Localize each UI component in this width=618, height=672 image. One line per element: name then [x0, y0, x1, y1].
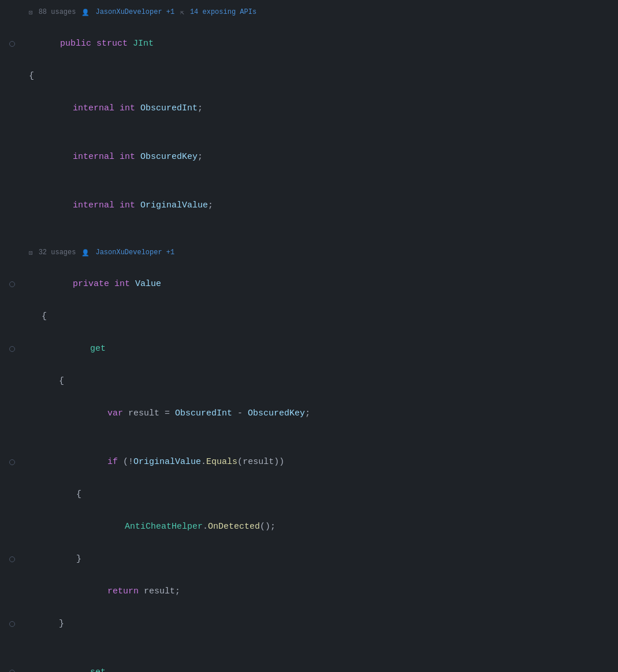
api-count: 14 exposing APIs	[190, 8, 256, 16]
api-icon: ⇱	[180, 9, 184, 16]
line-content-close-get: }	[24, 616, 618, 632]
paren-close: ))	[274, 457, 284, 467]
kw-int-1: int	[120, 103, 140, 113]
line-content-empty2	[24, 632, 618, 648]
line-content-field3: internal int OriginalValue;	[24, 181, 618, 230]
line-content-field1: internal int ObscuredInt;	[24, 84, 618, 133]
kw-int-2: int	[120, 152, 140, 162]
code-line-field1: internal int ObscuredInt;	[0, 84, 618, 133]
kw-public: public	[60, 39, 96, 49]
semi-return: ;	[175, 586, 180, 596]
result-decl: result	[128, 409, 165, 418]
kw-if: if	[107, 457, 123, 467]
gutter-dot-close-if	[9, 556, 15, 562]
semi-var: ;	[305, 409, 310, 418]
paren-call: (	[237, 457, 243, 467]
line-content-set: set	[24, 648, 618, 672]
code-line-if: if (!OriginalValue.Equals(result))	[0, 438, 618, 487]
gutter-dot-get	[9, 346, 15, 352]
code-line-close-brace-get: }	[0, 616, 618, 632]
line-content-1: {	[24, 68, 618, 84]
code-line-struct: public struct JInt	[0, 20, 618, 68]
paren-open: (!	[123, 457, 133, 467]
brace-close-get: }	[59, 619, 64, 629]
kw-get: get	[90, 344, 106, 354]
gutter-close-get	[0, 621, 24, 627]
dot-1: .	[201, 457, 206, 467]
prop-value: Value	[135, 279, 161, 289]
usages-icon: ⊡	[29, 9, 33, 16]
line-content-return: return result;	[24, 567, 618, 616]
class-anticheat: AntiCheatHelper	[125, 522, 203, 532]
call-parens: ();	[260, 522, 276, 532]
brace-open-get: {	[59, 376, 64, 386]
line-content-if: if (!OriginalValue.Equals(result))	[24, 438, 618, 487]
semi-2: ;	[198, 152, 203, 162]
line-content-var: var result = ObscuredInt - ObscuredKey;	[24, 389, 618, 438]
author-icon: 👤	[81, 9, 90, 16]
kw-internal-1: internal	[73, 103, 120, 113]
gutter-close-if	[0, 556, 24, 562]
kw-set: set	[90, 667, 106, 672]
line-content-anticheat: AntiCheatHelper.OnDetected();	[24, 503, 618, 551]
kw-internal-2: internal	[73, 152, 120, 162]
usages-count-2: 32 usages	[39, 248, 76, 257]
method-ondetected: OnDetected	[208, 522, 260, 532]
result-ref-1: result	[243, 457, 274, 467]
brace-open-prop: {	[42, 311, 47, 321]
brace-close-if: }	[76, 554, 81, 564]
gutter-dot-close-get	[9, 621, 15, 627]
line-content-field2: internal int ObscuredKey;	[24, 133, 618, 181]
gutter-get	[0, 346, 24, 352]
usages-icon-2: ⊡	[29, 249, 33, 257]
line-content-prop: private int Value	[24, 260, 618, 309]
author-name: JasonXuDeveloper +1	[95, 8, 174, 16]
method-equals: Equals	[206, 457, 237, 467]
line-content-close-if: }	[24, 551, 618, 567]
kw-int-prop: int	[114, 279, 135, 289]
code-line-empty1	[0, 230, 618, 246]
code-container: ⊡ 88 usages 👤 JasonXuDeveloper +1 ⇱ 14 e…	[0, 0, 618, 672]
ref-obscuredint-1: ObscuredInt	[175, 409, 232, 418]
code-line-empty2	[0, 632, 618, 648]
dot-2: .	[203, 522, 208, 532]
gutter-dot-set	[9, 670, 15, 672]
gutter-dot-prop	[9, 281, 15, 287]
semi-3: ;	[208, 201, 213, 210]
ref-originalvalue: OriginalValue	[133, 457, 201, 467]
kw-internal-3: internal	[73, 201, 120, 210]
gutter-prop	[0, 281, 24, 287]
gutter-set	[0, 670, 24, 672]
ref-obscuredkey-1: ObscuredKey	[248, 409, 305, 418]
meta-line-2: ⊡ 32 usages 👤 JasonXuDeveloper +1	[0, 246, 618, 259]
code-line-anticheat: AntiCheatHelper.OnDetected();	[0, 503, 618, 551]
code-line-return: return result;	[0, 567, 618, 616]
gutter-struct	[0, 41, 24, 47]
kw-int-3: int	[120, 201, 140, 210]
line-content-get-brace: {	[24, 373, 618, 389]
code-line-set: set	[0, 648, 618, 672]
brace-open-if: {	[76, 489, 81, 499]
result-ref-2: result	[144, 586, 175, 596]
minus: -	[232, 409, 248, 418]
author-name-2: JasonXuDeveloper +1	[95, 248, 174, 257]
code-line-prop: private int Value	[0, 260, 618, 309]
kw-var: var	[107, 409, 128, 418]
code-line-open-brace-get: {	[0, 373, 618, 389]
author-icon-2: 👤	[81, 249, 90, 257]
code-line-get: get	[0, 325, 618, 373]
code-line-open-brace-prop: {	[0, 309, 618, 325]
brace-open-struct: {	[29, 71, 34, 81]
code-line-field3: internal int OriginalValue;	[0, 181, 618, 230]
line-content-struct: public struct JInt	[24, 20, 618, 68]
kw-struct: struct	[96, 39, 133, 49]
semi-1: ;	[198, 103, 203, 113]
field-obscuredkey: ObscuredKey	[140, 152, 198, 162]
struct-name: JInt	[133, 39, 154, 49]
code-line-open-brace-struct: {	[0, 68, 618, 84]
gutter-dot-if	[9, 459, 15, 465]
line-content-prop-brace: {	[24, 309, 618, 325]
line-content-empty1	[24, 230, 618, 246]
line-content-if-brace: {	[24, 487, 618, 503]
gutter-if	[0, 459, 24, 465]
